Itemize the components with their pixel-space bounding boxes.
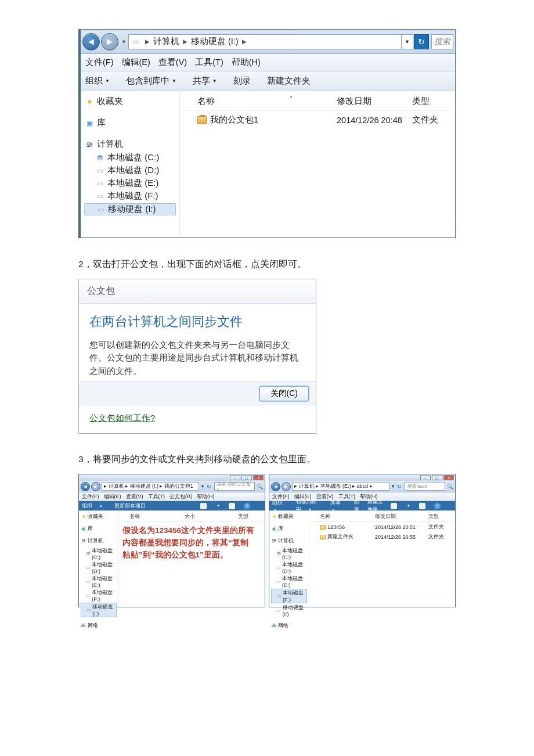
nav-library[interactable]: ▣库 <box>84 117 176 128</box>
refresh-icon[interactable]: ↻ <box>207 484 211 489</box>
cmd-organize[interactable]: 组织▼ <box>82 502 109 510</box>
close-button[interactable]: 关闭(C) <box>259 386 309 401</box>
view-icon[interactable] <box>391 503 397 509</box>
nav-drive-f[interactable]: ▭本地磁盘 (F:) <box>84 190 176 201</box>
col-date[interactable]: 修改日期 <box>337 96 412 107</box>
nav-drive-i[interactable]: ▭移动硬盘 (I:) <box>81 603 117 617</box>
help-link[interactable]: 公文包如何工作? <box>89 413 155 423</box>
preview-pane-icon[interactable] <box>229 503 235 509</box>
maximize-button[interactable]: ▢ <box>432 475 442 480</box>
menu-help[interactable]: 帮助(H) <box>232 57 261 68</box>
col-name[interactable]: 名称 <box>320 513 375 520</box>
address-dropdown-icon[interactable]: ▼ <box>402 34 413 49</box>
nav-favorites[interactable]: ★收藏夹 <box>271 513 307 520</box>
nav-favorites[interactable]: ★收藏夹 <box>81 513 117 520</box>
nav-drive-f[interactable]: ▭本地磁盘 (F:) <box>271 589 307 603</box>
small-explorer-right: — ▢ ✕ ◄ ► ▸ 计算机 ▸ 本地磁盘 (E:) ▸ abcd ▸ ▾ ↻… <box>269 474 456 607</box>
menu-file[interactable]: 文件(F) <box>85 57 114 68</box>
col-type[interactable]: 类型 <box>428 513 452 520</box>
help-icon[interactable]: ? <box>434 503 441 509</box>
menu-help[interactable]: 帮助(H) <box>197 493 215 501</box>
refresh-button[interactable]: ↻ <box>414 34 429 49</box>
forward-button[interactable]: ► <box>91 482 100 491</box>
nav-drive-d[interactable]: ▭本地磁盘 (D:) <box>81 561 117 574</box>
cmd-newfolder[interactable]: 新建文件夹 <box>267 75 311 87</box>
cmd-burn[interactable]: 刻录 <box>233 75 251 87</box>
breadcrumb[interactable]: ▸ 计算机 ▸ 移动硬盘 (I:) ▸ 我的公文包1 <box>102 482 199 491</box>
col-type[interactable]: 类型 <box>238 513 261 520</box>
breadcrumb[interactable]: ▸ 计算机 ▸ 本地磁盘 (E:) ▸ abcd ▸ <box>292 482 389 491</box>
col-name[interactable]: 名称 <box>129 513 185 520</box>
col-name[interactable]: 名称 <box>197 96 337 107</box>
crumb-drive[interactable]: 移动硬盘 (I:) <box>191 36 239 47</box>
address-dropdown-icon[interactable]: ▾ <box>199 484 205 489</box>
minimize-button[interactable]: — <box>230 475 240 480</box>
nav-drive-e[interactable]: ▭本地磁盘 (E:) <box>84 178 176 189</box>
nav-computer[interactable]: 🖳计算机 <box>81 537 117 545</box>
cdrive-icon: ⛃ <box>95 154 105 162</box>
menu-briefcase[interactable]: 公文包(B) <box>169 493 192 501</box>
search-input[interactable]: 搜索 我的公文包1 <box>214 482 255 491</box>
cmd-share[interactable]: 共享▼ <box>193 75 217 87</box>
maximize-button[interactable]: ▢ <box>241 475 252 480</box>
cmd-organize[interactable]: 组织▼ <box>85 75 110 87</box>
search-input[interactable]: 搜索 <box>431 34 453 49</box>
file-row[interactable]: 我的公文包1 2014/12/26 20:48 文件夹 <box>186 111 449 129</box>
nav-drive-e[interactable]: ▭本地磁盘 (E:) <box>81 575 117 588</box>
column-headers[interactable]: 名称 大小 类型 <box>121 511 262 522</box>
nav-network[interactable]: 🖧网络 <box>271 622 307 629</box>
menu-bar: 文件(F) 编辑(E) 查看(V) 工具(T) 公文包(B) 帮助(H) <box>79 492 265 501</box>
search-icon[interactable]: 🔍 <box>257 484 263 489</box>
nav-drive-d[interactable]: ▭本地磁盘 (D:) <box>84 165 176 176</box>
view-icon[interactable] <box>200 503 207 509</box>
breadcrumb[interactable]: ▭ ▶ 计算机 ▶ 移动硬盘 (I:) ▶ <box>128 34 402 49</box>
help-icon[interactable]: ? <box>244 503 250 509</box>
close-window-button[interactable]: ✕ <box>443 475 454 480</box>
nav-network[interactable]: 🖧网络 <box>81 622 117 629</box>
nav-drive-i[interactable]: ▭移动硬盘 (I:) <box>84 203 176 215</box>
address-dropdown-icon[interactable]: ▾ <box>389 484 396 489</box>
menu-view[interactable]: 查看(V) <box>126 493 143 501</box>
file-row[interactable]: 123456 2014/12/26 20:51 文件夹 <box>312 522 453 532</box>
col-type[interactable]: 类型 <box>412 96 447 107</box>
nav-library[interactable]: ▣库 <box>271 525 307 532</box>
back-button[interactable]: ◄ <box>271 482 280 491</box>
close-window-button[interactable]: ✕ <box>253 475 264 480</box>
history-dropdown-icon[interactable]: ▼ <box>121 39 127 45</box>
nav-drive-i[interactable]: ▭移动硬盘 (I:) <box>271 604 307 617</box>
menu-file[interactable]: 文件(F) <box>82 493 99 501</box>
forward-button[interactable]: ► <box>282 482 291 491</box>
forward-button[interactable]: ► <box>101 33 118 51</box>
minimize-button[interactable]: — <box>420 475 431 480</box>
menu-view[interactable]: 查看(V) <box>158 57 187 68</box>
search-icon[interactable]: 🔍 <box>447 484 453 489</box>
column-headers[interactable]: 名称 修改日期 类型 <box>312 511 453 522</box>
nav-drive-c[interactable]: ⛃本地磁盘 (C:) <box>81 547 117 560</box>
nav-drive-f[interactable]: ▭本地磁盘 (F:) <box>81 589 117 602</box>
crumb-computer[interactable]: 计算机 <box>153 36 179 47</box>
menu-tools[interactable]: 工具(T) <box>148 493 165 501</box>
refresh-icon[interactable]: ↻ <box>397 484 402 489</box>
nav-computer[interactable]: 🖳计算机 <box>84 139 176 150</box>
nav-drive-d[interactable]: ▭本地磁盘 (D:) <box>271 561 307 574</box>
back-button[interactable]: ◄ <box>81 482 90 491</box>
menu-edit[interactable]: 编辑(E) <box>122 57 150 68</box>
nav-drive-c[interactable]: ⛃本地磁盘 (C:) <box>271 547 307 560</box>
preview-pane-icon[interactable] <box>419 503 425 509</box>
col-size[interactable]: 大小 <box>185 513 238 520</box>
file-row[interactable]: 新建文件夹 2014/12/26 20:55 文件夹 <box>312 532 453 542</box>
menu-tools[interactable]: 工具(T) <box>195 57 223 68</box>
col-date[interactable]: 修改日期 <box>375 513 428 520</box>
column-headers[interactable]: 名称 ▲ 修改日期 类型 <box>186 91 449 111</box>
nav-drive-e[interactable]: ▭本地磁盘 (E:) <box>271 575 307 588</box>
search-input[interactable]: 搜索 abcd <box>405 482 445 491</box>
nav-library[interactable]: ▣库 <box>81 525 117 532</box>
drive-icon: ▭ <box>131 38 140 45</box>
cmd-update[interactable]: 更新所有项目 <box>114 502 146 510</box>
nav-drive-c[interactable]: ⛃本地磁盘 (C:) <box>84 152 176 163</box>
nav-favorites[interactable]: ★收藏夹 <box>84 96 176 107</box>
menu-edit[interactable]: 编辑(E) <box>104 493 121 501</box>
cmd-include[interactable]: 包含到库中▼ <box>126 75 176 87</box>
nav-computer[interactable]: 🖳计算机 <box>271 537 307 545</box>
back-button[interactable]: ◄ <box>82 33 100 51</box>
